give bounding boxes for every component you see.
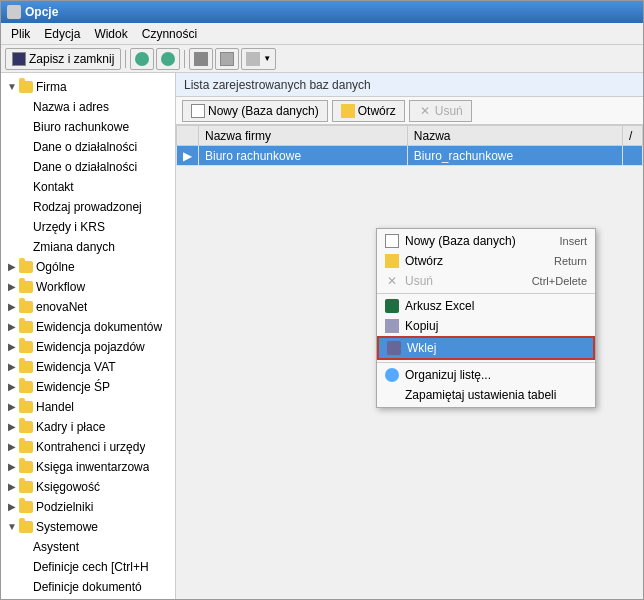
- tree-item-ewid-sp[interactable]: ▶ Ewidencje ŚP: [1, 377, 175, 397]
- tree-item-kontrahenci[interactable]: ▶ Kontrahenci i urzędy: [1, 437, 175, 457]
- database-table: Nazwa firmy Nazwa / ▶ Biuro rachunkowe B…: [176, 125, 643, 166]
- tree-label: Kontrahenci i urzędy: [36, 438, 145, 456]
- expand-icon: ▶: [5, 460, 19, 474]
- help-button[interactable]: [215, 48, 239, 70]
- cell-nazwa: Biuro_rachunkowe: [407, 146, 622, 166]
- ctx-delete[interactable]: ✕ Usuń Ctrl+Delete: [377, 271, 595, 291]
- help-icon: [220, 52, 234, 66]
- tree-label: Podzielniki: [36, 498, 93, 516]
- undo-button[interactable]: [130, 48, 154, 70]
- expand-icon: ▼: [5, 520, 19, 534]
- row-indicator: ▶: [177, 146, 199, 166]
- tree-item-ogolne[interactable]: ▶ Ogólne: [1, 257, 175, 277]
- cell-slash: [623, 146, 643, 166]
- tree-item-def-dok[interactable]: Definicje dokumentó: [1, 577, 175, 597]
- folder-icon: [19, 481, 33, 493]
- settings-button[interactable]: [189, 48, 213, 70]
- tree-label: Definicje cech [Ctrl+H: [33, 558, 149, 576]
- col-firma: Nazwa firmy: [199, 126, 408, 146]
- ctx-open[interactable]: Otwórz Return: [377, 251, 595, 271]
- tree-item-kadry[interactable]: ▶ Kadry i płace: [1, 417, 175, 437]
- ctx-copy[interactable]: Kopiuj: [377, 316, 595, 336]
- new-database-button[interactable]: Nowy (Baza danych): [182, 100, 328, 122]
- tree-label: Księga inwentarzowa: [36, 458, 149, 476]
- folder-icon: [19, 341, 33, 353]
- tree-item-kontakt[interactable]: Kontakt: [1, 177, 175, 197]
- cell-firma: Biuro rachunkowe: [199, 146, 408, 166]
- tree-item-zmiana[interactable]: Zmiana danych: [1, 237, 175, 257]
- ctx-separator-1: [377, 293, 595, 294]
- dropdown-arrow: ▼: [263, 54, 271, 63]
- col-slash: /: [623, 126, 643, 146]
- export-button[interactable]: ▼: [241, 48, 276, 70]
- ctx-shortcut: Ctrl+Delete: [532, 275, 587, 287]
- organize-icon: [385, 368, 399, 382]
- tree-item-ewid-vat[interactable]: ▶ Ewidencja VAT: [1, 357, 175, 377]
- toolbar: Zapisz i zamknij ▼: [1, 45, 643, 73]
- delete-button[interactable]: ✕ Usuń: [409, 100, 472, 122]
- open-button[interactable]: Otwórz: [332, 100, 405, 122]
- export-icon: [246, 52, 260, 66]
- tree-item-name-address[interactable]: Nazwa i adres: [1, 97, 175, 117]
- table-row[interactable]: ▶ Biuro rachunkowe Biuro_rachunkowe: [177, 146, 643, 166]
- redo-button[interactable]: [156, 48, 180, 70]
- tree-label: Biuro rachunkowe: [33, 118, 129, 136]
- tree-label: Ewidencje ŚP: [36, 378, 110, 396]
- open-btn-label: Otwórz: [358, 104, 396, 118]
- expand-icon: ▶: [5, 480, 19, 494]
- expand-icon: ▶: [5, 440, 19, 454]
- panel-title-label: Lista zarejestrowanych baz danych: [184, 78, 371, 92]
- tree-item-ksiega-inw[interactable]: ▶ Księga inwentarzowa: [1, 457, 175, 477]
- ctx-label: Nowy (Baza danych): [405, 234, 553, 248]
- tree-item-workflow[interactable]: ▶ Workflow: [1, 277, 175, 297]
- ctx-excel[interactable]: Arkusz Excel: [377, 296, 595, 316]
- ctx-paste[interactable]: Wklej: [377, 336, 595, 360]
- tree-item-rodzaj[interactable]: Rodzaj prowadzonej: [1, 197, 175, 217]
- tree-item-ksiegowosc[interactable]: ▶ Księgowość: [1, 477, 175, 497]
- tree-item-def-zadan[interactable]: Definicje zadań: [1, 597, 175, 599]
- menu-edit[interactable]: Edycja: [38, 25, 86, 43]
- new-icon: [191, 104, 205, 118]
- tree-item-handel[interactable]: ▶ Handel: [1, 397, 175, 417]
- folder-icon: [19, 441, 33, 453]
- new-icon: [385, 234, 399, 248]
- save-close-button[interactable]: Zapisz i zamknij: [5, 48, 121, 70]
- ctx-label: Otwórz: [405, 254, 548, 268]
- new-btn-label: Nowy (Baza danych): [208, 104, 319, 118]
- tree-item-systemowe[interactable]: ▼ Systemowe: [1, 517, 175, 537]
- col-nazwa: Nazwa: [407, 126, 622, 146]
- menu-file[interactable]: Plik: [5, 25, 36, 43]
- tree-item-urzedy[interactable]: Urzędy i KRS: [1, 217, 175, 237]
- folder-icon: [19, 521, 33, 533]
- tree-label: Definicje zadań: [33, 598, 115, 599]
- toolbar-separator: [125, 50, 126, 68]
- tree-item-podzielniki[interactable]: ▶ Podzielniki: [1, 497, 175, 517]
- tree-label: Ewidencja dokumentów: [36, 318, 162, 336]
- expand-icon: ▶: [5, 380, 19, 394]
- expand-icon: ▶: [5, 340, 19, 354]
- ctx-save-table[interactable]: Zapamiętaj ustawienia tabeli: [377, 385, 595, 405]
- ctx-new[interactable]: Nowy (Baza danych) Insert: [377, 231, 595, 251]
- menu-actions[interactable]: Czynności: [136, 25, 203, 43]
- tree-item-asystent[interactable]: Asystent: [1, 537, 175, 557]
- tree-item-biuro[interactable]: Biuro rachunkowe: [1, 117, 175, 137]
- ctx-separator-2: [377, 362, 595, 363]
- tree-item-ewid-poj[interactable]: ▶ Ewidencja pojazdów: [1, 337, 175, 357]
- main-content: ▼ Firma Nazwa i adres Biuro rachunkowe D…: [1, 73, 643, 599]
- menu-bar: Plik Edycja Widok Czynności: [1, 23, 643, 45]
- tree-item-dane1[interactable]: Dane o działalności: [1, 137, 175, 157]
- expand-icon: ▶: [5, 300, 19, 314]
- tree-item-enovanet[interactable]: ▶ enovaNet: [1, 297, 175, 317]
- tree-item-firma[interactable]: ▼ Firma: [1, 77, 175, 97]
- ctx-organize[interactable]: Organizuj listę...: [377, 365, 595, 385]
- tree-item-def-cech[interactable]: Definicje cech [Ctrl+H: [1, 557, 175, 577]
- tree-label: Rodzaj prowadzonej: [33, 198, 142, 216]
- expand-icon: ▶: [5, 260, 19, 274]
- excel-icon: [385, 299, 399, 313]
- tree-label: Kadry i płace: [36, 418, 105, 436]
- save-close-label: Zapisz i zamknij: [29, 52, 114, 66]
- tree-item-dane2[interactable]: Dane o działalności: [1, 157, 175, 177]
- menu-view[interactable]: Widok: [88, 25, 133, 43]
- tree-item-ewid-dok[interactable]: ▶ Ewidencja dokumentów: [1, 317, 175, 337]
- expand-icon: ▶: [5, 360, 19, 374]
